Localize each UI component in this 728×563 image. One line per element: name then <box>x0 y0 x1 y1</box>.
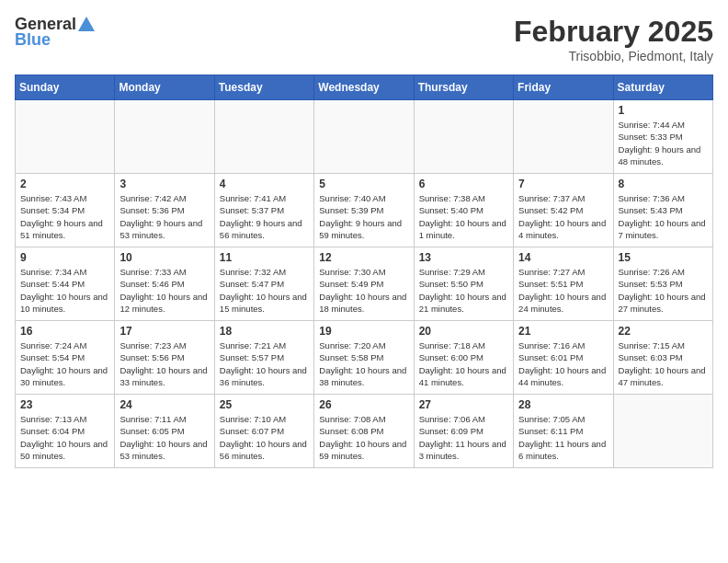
calendar-day-cell: 24Sunrise: 7:11 AM Sunset: 6:05 PM Dayli… <box>115 395 214 468</box>
day-info: Sunrise: 7:13 AM Sunset: 6:04 PM Dayligh… <box>20 413 109 462</box>
logo-triangle-icon <box>78 17 95 31</box>
day-number: 20 <box>419 325 508 338</box>
day-number: 16 <box>20 325 109 338</box>
day-info: Sunrise: 7:33 AM Sunset: 5:46 PM Dayligh… <box>119 266 209 315</box>
day-info: Sunrise: 7:36 AM Sunset: 5:43 PM Dayligh… <box>619 192 708 241</box>
day-number: 7 <box>518 178 608 190</box>
day-number: 18 <box>220 325 309 338</box>
calendar-week-row: 1Sunrise: 7:44 AM Sunset: 5:33 PM Daylig… <box>16 100 713 174</box>
month-title: February 2025 <box>514 15 713 49</box>
page-header: General Blue February 2025 Trisobbio, Pi… <box>15 15 713 63</box>
calendar-day-cell: 21Sunrise: 7:16 AM Sunset: 6:01 PM Dayli… <box>514 321 613 395</box>
day-info: Sunrise: 7:21 AM Sunset: 5:57 PM Dayligh… <box>220 339 309 388</box>
day-number: 15 <box>619 251 708 264</box>
day-info: Sunrise: 7:23 AM Sunset: 5:56 PM Dayligh… <box>119 339 209 388</box>
day-info: Sunrise: 7:20 AM Sunset: 5:58 PM Dayligh… <box>319 339 408 388</box>
calendar-table: SundayMondayTuesdayWednesdayThursdayFrid… <box>15 75 713 468</box>
day-number: 1 <box>619 104 708 117</box>
calendar-day-cell: 7Sunrise: 7:37 AM Sunset: 5:42 PM Daylig… <box>514 174 613 247</box>
day-info: Sunrise: 7:16 AM Sunset: 6:01 PM Dayligh… <box>518 339 608 388</box>
calendar-day-cell: 6Sunrise: 7:38 AM Sunset: 5:40 PM Daylig… <box>414 174 513 247</box>
calendar-day-cell: 17Sunrise: 7:23 AM Sunset: 5:56 PM Dayli… <box>115 321 214 395</box>
calendar-day-cell: 19Sunrise: 7:20 AM Sunset: 5:58 PM Dayli… <box>314 321 414 395</box>
calendar-day-cell: 2Sunrise: 7:43 AM Sunset: 5:34 PM Daylig… <box>16 174 115 247</box>
calendar-day-cell: 4Sunrise: 7:41 AM Sunset: 5:37 PM Daylig… <box>214 174 313 247</box>
calendar-day-cell: 1Sunrise: 7:44 AM Sunset: 5:33 PM Daylig… <box>613 100 712 174</box>
calendar-day-cell: 11Sunrise: 7:32 AM Sunset: 5:47 PM Dayli… <box>214 247 313 321</box>
day-info: Sunrise: 7:34 AM Sunset: 5:44 PM Dayligh… <box>20 266 109 315</box>
day-info: Sunrise: 7:38 AM Sunset: 5:40 PM Dayligh… <box>419 192 508 241</box>
day-number: 4 <box>220 178 309 190</box>
day-info: Sunrise: 7:42 AM Sunset: 5:36 PM Dayligh… <box>119 192 209 241</box>
calendar-day-cell: 27Sunrise: 7:06 AM Sunset: 6:09 PM Dayli… <box>414 395 513 468</box>
weekday-header-wednesday: Wednesday <box>314 75 414 100</box>
day-number: 17 <box>119 325 209 338</box>
day-number: 27 <box>419 398 508 411</box>
day-info: Sunrise: 7:40 AM Sunset: 5:39 PM Dayligh… <box>319 192 408 241</box>
weekday-header-thursday: Thursday <box>414 75 513 100</box>
title-area: February 2025 Trisobbio, Piedmont, Italy <box>514 15 713 63</box>
calendar-day-cell: 9Sunrise: 7:34 AM Sunset: 5:44 PM Daylig… <box>16 247 115 321</box>
calendar-day-cell: 12Sunrise: 7:30 AM Sunset: 5:49 PM Dayli… <box>314 247 414 321</box>
weekday-header-sunday: Sunday <box>16 75 115 100</box>
day-info: Sunrise: 7:24 AM Sunset: 5:54 PM Dayligh… <box>20 339 109 388</box>
day-info: Sunrise: 7:05 AM Sunset: 6:11 PM Dayligh… <box>518 413 608 462</box>
calendar-day-cell: 28Sunrise: 7:05 AM Sunset: 6:11 PM Dayli… <box>514 395 613 468</box>
calendar-day-cell <box>115 100 214 174</box>
calendar-day-cell: 16Sunrise: 7:24 AM Sunset: 5:54 PM Dayli… <box>16 321 115 395</box>
day-number: 24 <box>119 398 209 411</box>
day-info: Sunrise: 7:26 AM Sunset: 5:53 PM Dayligh… <box>619 266 708 315</box>
day-number: 23 <box>20 398 109 411</box>
calendar-week-row: 2Sunrise: 7:43 AM Sunset: 5:34 PM Daylig… <box>16 174 713 247</box>
day-number: 13 <box>419 251 508 264</box>
weekday-header-saturday: Saturday <box>613 75 712 100</box>
weekday-header-monday: Monday <box>115 75 214 100</box>
day-info: Sunrise: 7:37 AM Sunset: 5:42 PM Dayligh… <box>518 192 608 241</box>
day-info: Sunrise: 7:44 AM Sunset: 5:33 PM Dayligh… <box>619 119 708 167</box>
logo: General Blue <box>15 15 95 50</box>
day-number: 28 <box>518 398 608 411</box>
day-info: Sunrise: 7:10 AM Sunset: 6:07 PM Dayligh… <box>220 413 309 462</box>
weekday-header-friday: Friday <box>514 75 613 100</box>
day-number: 25 <box>220 398 309 411</box>
day-info: Sunrise: 7:32 AM Sunset: 5:47 PM Dayligh… <box>220 266 309 315</box>
calendar-day-cell <box>613 395 712 468</box>
day-number: 11 <box>220 251 309 264</box>
location-text: Trisobbio, Piedmont, Italy <box>514 49 713 63</box>
day-number: 9 <box>20 251 109 264</box>
day-number: 26 <box>319 398 408 411</box>
day-info: Sunrise: 7:11 AM Sunset: 6:05 PM Dayligh… <box>119 413 209 462</box>
calendar-day-cell: 5Sunrise: 7:40 AM Sunset: 5:39 PM Daylig… <box>314 174 414 247</box>
day-info: Sunrise: 7:41 AM Sunset: 5:37 PM Dayligh… <box>220 192 309 241</box>
day-number: 10 <box>119 251 209 264</box>
calendar-day-cell: 18Sunrise: 7:21 AM Sunset: 5:57 PM Dayli… <box>214 321 313 395</box>
calendar-day-cell: 8Sunrise: 7:36 AM Sunset: 5:43 PM Daylig… <box>613 174 712 247</box>
day-info: Sunrise: 7:30 AM Sunset: 5:49 PM Dayligh… <box>319 266 408 315</box>
calendar-header-row: SundayMondayTuesdayWednesdayThursdayFrid… <box>16 75 713 100</box>
weekday-header-tuesday: Tuesday <box>214 75 313 100</box>
day-info: Sunrise: 7:27 AM Sunset: 5:51 PM Dayligh… <box>518 266 608 315</box>
logo-blue-text: Blue <box>15 30 51 50</box>
day-number: 21 <box>518 325 608 338</box>
calendar-day-cell <box>214 100 313 174</box>
calendar-day-cell: 10Sunrise: 7:33 AM Sunset: 5:46 PM Dayli… <box>115 247 214 321</box>
day-number: 6 <box>419 178 508 190</box>
day-info: Sunrise: 7:15 AM Sunset: 6:03 PM Dayligh… <box>619 339 708 388</box>
day-number: 12 <box>319 251 408 264</box>
calendar-day-cell: 15Sunrise: 7:26 AM Sunset: 5:53 PM Dayli… <box>613 247 712 321</box>
calendar-day-cell: 22Sunrise: 7:15 AM Sunset: 6:03 PM Dayli… <box>613 321 712 395</box>
day-number: 14 <box>518 251 608 264</box>
calendar-day-cell <box>414 100 513 174</box>
day-info: Sunrise: 7:08 AM Sunset: 6:08 PM Dayligh… <box>319 413 408 462</box>
day-info: Sunrise: 7:43 AM Sunset: 5:34 PM Dayligh… <box>20 192 109 241</box>
calendar-week-row: 23Sunrise: 7:13 AM Sunset: 6:04 PM Dayli… <box>16 395 713 468</box>
calendar-week-row: 9Sunrise: 7:34 AM Sunset: 5:44 PM Daylig… <box>16 247 713 321</box>
day-number: 19 <box>319 325 408 338</box>
calendar-day-cell: 26Sunrise: 7:08 AM Sunset: 6:08 PM Dayli… <box>314 395 414 468</box>
calendar-day-cell <box>16 100 115 174</box>
day-info: Sunrise: 7:06 AM Sunset: 6:09 PM Dayligh… <box>419 413 508 462</box>
day-info: Sunrise: 7:18 AM Sunset: 6:00 PM Dayligh… <box>419 339 508 388</box>
calendar-day-cell: 13Sunrise: 7:29 AM Sunset: 5:50 PM Dayli… <box>414 247 513 321</box>
calendar-day-cell: 23Sunrise: 7:13 AM Sunset: 6:04 PM Dayli… <box>16 395 115 468</box>
calendar-day-cell: 14Sunrise: 7:27 AM Sunset: 5:51 PM Dayli… <box>514 247 613 321</box>
